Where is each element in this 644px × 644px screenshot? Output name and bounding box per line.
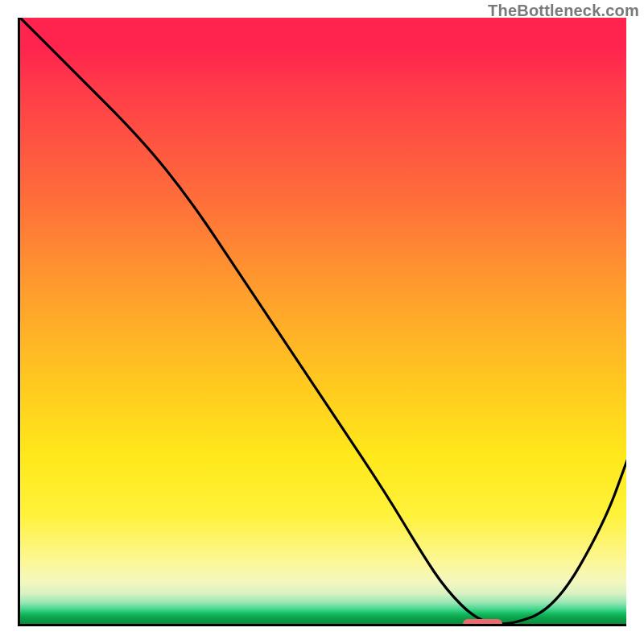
plot-area	[18, 18, 626, 626]
optimal-range-marker	[463, 619, 502, 626]
heatmap-gradient	[20, 18, 626, 624]
chart-frame: TheBottleneck.com	[0, 0, 644, 644]
